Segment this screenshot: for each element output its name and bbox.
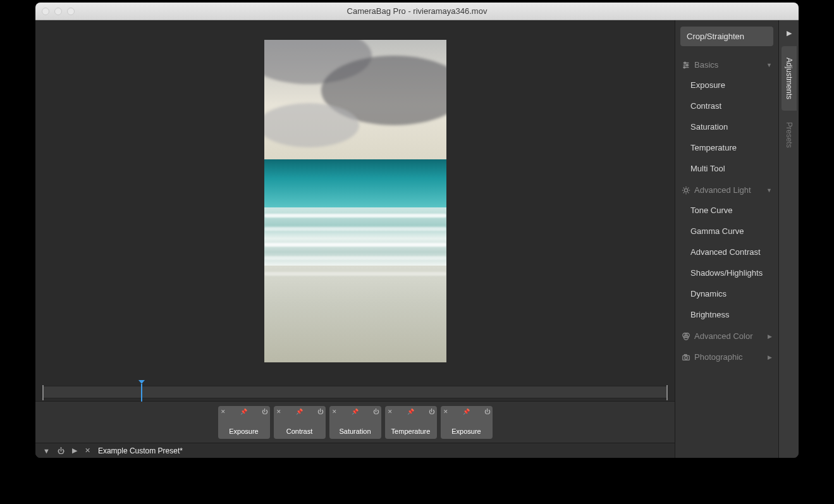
adjustment-saturation[interactable]: Saturation — [680, 116, 773, 137]
tile-close-icon[interactable]: ✕ — [332, 409, 337, 415]
timeline-container — [35, 382, 675, 401]
main-column: ✕📌⏻Exposure✕📌⏻Contrast✕📌⏻Saturation✕📌⏻Te… — [35, 20, 675, 458]
adjustment-tone-curve[interactable]: Tone Curve — [680, 200, 773, 221]
chevron-down-icon: ▼ — [766, 187, 772, 194]
tab-presets[interactable]: Presets — [782, 111, 797, 159]
timeline-start-marker[interactable] — [42, 385, 44, 400]
adjustment-multi-tool[interactable]: Multi Tool — [680, 158, 773, 179]
svg-point-6 — [684, 188, 687, 192]
footer-play-icon[interactable]: ▶ — [72, 446, 77, 455]
svg-line-13 — [684, 192, 684, 193]
adjustment-gamma-curve[interactable]: Gamma Curve — [680, 221, 773, 242]
tile-power-icon[interactable]: ⏻ — [429, 409, 434, 415]
tile-label: Saturation — [339, 427, 371, 435]
right-tab-rail: ▶ AdjustmentsPresets — [778, 20, 799, 458]
adjustment-tile-exposure[interactable]: ✕📌⏻Exposure — [441, 406, 493, 439]
window-title: CameraBag Pro - rivieramaya346.mov — [35, 6, 799, 16]
tile-pin-icon[interactable]: 📌 — [463, 409, 470, 415]
crop-straighten-button[interactable]: Crop/Straighten — [680, 27, 773, 46]
chevron-right-icon: ▶ — [768, 333, 772, 340]
svg-point-19 — [685, 356, 687, 359]
adjustment-contrast[interactable]: Contrast — [680, 95, 773, 116]
adjustment-tile-contrast[interactable]: ✕📌⏻Contrast — [274, 406, 326, 439]
svg-point-5 — [684, 66, 685, 68]
tile-pin-icon[interactable]: 📌 — [240, 409, 247, 415]
svg-line-12 — [688, 192, 689, 193]
close-window-button[interactable] — [42, 8, 49, 15]
tile-pin-icon[interactable]: 📌 — [407, 409, 414, 415]
minimize-window-button[interactable] — [54, 8, 62, 15]
section-header-advanced-color[interactable]: Advanced Color▶ — [680, 325, 773, 346]
timeline[interactable] — [42, 386, 668, 398]
app-window: CameraBag Pro - rivieramaya346.mov — [35, 3, 799, 458]
footer-close-icon[interactable]: ✕ — [85, 446, 90, 455]
tile-close-icon[interactable]: ✕ — [221, 409, 226, 415]
svg-point-4 — [686, 64, 688, 66]
section-label: Photographic — [694, 352, 743, 362]
adjustment-exposure[interactable]: Exposure — [680, 75, 773, 95]
tile-close-icon[interactable]: ✕ — [443, 409, 448, 415]
adjustment-tile-saturation[interactable]: ✕📌⏻Saturation — [329, 406, 381, 439]
tile-label: Exposure — [229, 427, 258, 435]
footer-collapse-icon[interactable]: ▼ — [43, 447, 50, 455]
section-header-photographic[interactable]: Photographic▶ — [680, 346, 773, 367]
app-body: ✕📌⏻Exposure✕📌⏻Contrast✕📌⏻Saturation✕📌⏻Te… — [35, 20, 799, 458]
adjustment-brightness[interactable]: Brightness — [680, 304, 773, 325]
section-header-advanced-light[interactable]: Advanced Light▼ — [680, 179, 773, 200]
adjustment-tiles-row: ✕📌⏻Exposure✕📌⏻Contrast✕📌⏻Saturation✕📌⏻Te… — [35, 401, 675, 443]
svg-line-11 — [684, 187, 684, 188]
footer-bar: ▼ ⏻ ▶ ✕ Example Custom Preset* — [35, 443, 675, 458]
tile-power-icon[interactable]: ⏻ — [317, 409, 323, 415]
footer-power-icon[interactable]: ⏻ — [58, 447, 64, 455]
adjustment-advanced-contrast[interactable]: Advanced Contrast — [680, 242, 773, 262]
tile-power-icon[interactable]: ⏻ — [262, 409, 267, 415]
rail-collapse-icon[interactable]: ▶ — [787, 25, 792, 46]
playhead[interactable] — [141, 384, 142, 402]
tile-pin-icon[interactable]: 📌 — [352, 409, 359, 415]
traffic-lights — [35, 8, 75, 15]
media-viewport[interactable] — [35, 20, 675, 382]
tile-power-icon[interactable]: ⏻ — [484, 409, 490, 415]
preview-image — [264, 40, 446, 362]
adjustment-tile-exposure[interactable]: ✕📌⏻Exposure — [218, 406, 270, 439]
tile-label: Temperature — [391, 427, 431, 435]
tile-close-icon[interactable]: ✕ — [388, 409, 393, 415]
tab-adjustments[interactable]: Adjustments — [782, 46, 797, 111]
adjustment-dynamics[interactable]: Dynamics — [680, 283, 773, 304]
svg-line-14 — [688, 187, 689, 188]
chevron-right-icon: ▶ — [768, 354, 772, 360]
preset-name-label: Example Custom Preset* — [98, 446, 183, 455]
svg-point-3 — [684, 62, 686, 64]
adjustments-panel: Crop/Straighten Basics▼ExposureContrastS… — [675, 20, 778, 458]
tile-label: Contrast — [286, 427, 313, 435]
section-label: Advanced Light — [694, 185, 751, 195]
section-header-basics[interactable]: Basics▼ — [680, 54, 773, 75]
tile-close-icon[interactable]: ✕ — [276, 409, 281, 415]
svg-rect-20 — [684, 354, 687, 355]
adjustment-temperature[interactable]: Temperature — [680, 137, 773, 158]
section-label: Advanced Color — [694, 331, 753, 341]
zoom-window-button[interactable] — [67, 8, 75, 15]
adjustment-shadows-highlights[interactable]: Shadows/Highlights — [680, 262, 773, 283]
timeline-end-marker[interactable] — [666, 385, 668, 400]
tile-pin-icon[interactable]: 📌 — [296, 409, 303, 415]
tile-label: Exposure — [451, 427, 481, 435]
titlebar: CameraBag Pro - rivieramaya346.mov — [35, 3, 799, 20]
section-label: Basics — [694, 60, 718, 70]
adjustment-tile-temperature[interactable]: ✕📌⏻Temperature — [385, 406, 437, 439]
chevron-down-icon: ▼ — [766, 62, 772, 68]
tile-power-icon[interactable]: ⏻ — [373, 409, 379, 415]
